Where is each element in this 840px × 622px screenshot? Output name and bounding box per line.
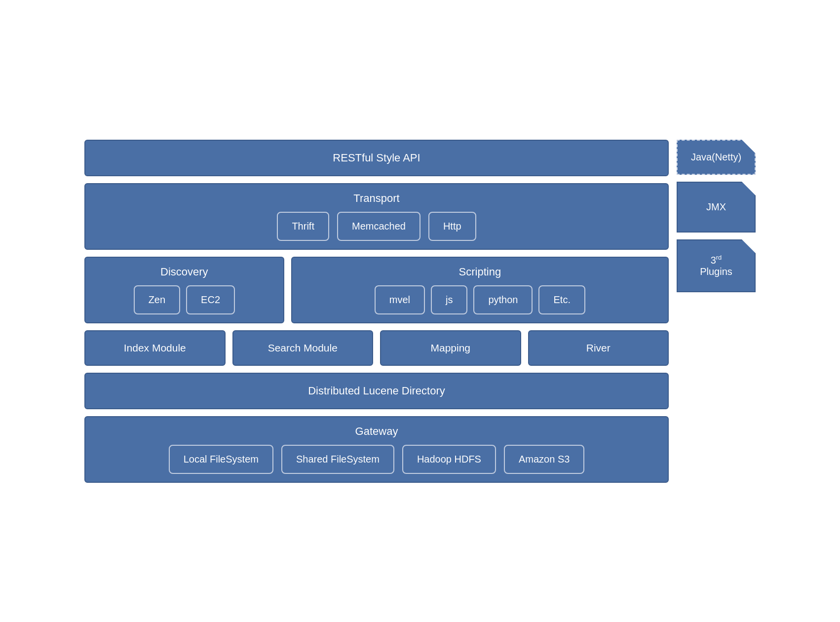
java-netty-block: Java(Netty): [677, 140, 756, 175]
restful-api-label: RESTful Style API: [333, 152, 420, 164]
search-module-label: Search Module: [268, 342, 338, 353]
third-sup: rd: [716, 254, 722, 262]
discovery-zen: Zen: [134, 285, 180, 314]
restful-api-block: RESTful Style API: [84, 140, 669, 176]
scripting-js: js: [431, 285, 467, 314]
architecture-diagram: RESTful Style API Transport Thrift Memca…: [75, 120, 765, 503]
discovery-block: Discovery Zen EC2: [84, 257, 284, 323]
gateway-shared-fs: Shared FileSystem: [281, 445, 394, 474]
main-column: RESTful Style API Transport Thrift Memca…: [84, 140, 669, 483]
transport-memcached: Memcached: [337, 212, 420, 241]
transport-thrift: Thrift: [277, 212, 329, 241]
scripting-block: Scripting mvel js python Etc.: [291, 257, 669, 323]
transport-block: Transport Thrift Memcached Http: [84, 183, 669, 250]
jmx-label: JMX: [706, 201, 726, 212]
discovery-ec2: EC2: [186, 285, 235, 314]
river-block: River: [528, 330, 669, 366]
discovery-scripting-row: Discovery Zen EC2 Scripting mvel: [84, 257, 669, 323]
transport-title: Transport: [95, 192, 658, 205]
river-label: River: [586, 342, 611, 353]
discovery-children: Zen EC2: [95, 285, 273, 314]
scripting-python: python: [473, 285, 533, 314]
java-netty-label: Java(Netty): [691, 152, 741, 162]
scripting-children: mvel js python Etc.: [302, 285, 658, 314]
mapping-block: Mapping: [380, 330, 521, 366]
scripting-mvel: mvel: [375, 285, 425, 314]
index-module-block: Index Module: [84, 330, 226, 366]
discovery-title: Discovery: [95, 266, 273, 278]
third-plugins-label: 3rdPlugins: [700, 255, 732, 277]
distributed-lucene-block: Distributed Lucene Directory: [84, 373, 669, 409]
gateway-local-fs: Local FileSystem: [169, 445, 273, 474]
transport-http: Http: [428, 212, 476, 241]
scripting-title: Scripting: [302, 266, 658, 278]
scripting-etc: Etc.: [538, 285, 585, 314]
jmx-block: JMX: [677, 182, 756, 233]
third-plugins-block: 3rdPlugins: [677, 239, 756, 293]
transport-children: Thrift Memcached Http: [95, 212, 658, 241]
gateway-hadoop: Hadoop HDFS: [402, 445, 496, 474]
index-module-label: Index Module: [124, 342, 186, 353]
distributed-lucene-label: Distributed Lucene Directory: [308, 385, 445, 397]
gateway-title: Gateway: [95, 425, 658, 438]
modules-row: Index Module Search Module Mapping River: [84, 330, 669, 366]
mapping-label: Mapping: [430, 342, 470, 353]
gateway-block: Gateway Local FileSystem Shared FileSyst…: [84, 416, 669, 483]
gateway-children: Local FileSystem Shared FileSystem Hadoo…: [95, 445, 658, 474]
search-module-block: Search Module: [232, 330, 374, 366]
side-column: Java(Netty) JMX 3rdPlugins: [677, 140, 756, 293]
gateway-amazon-s3: Amazon S3: [504, 445, 584, 474]
